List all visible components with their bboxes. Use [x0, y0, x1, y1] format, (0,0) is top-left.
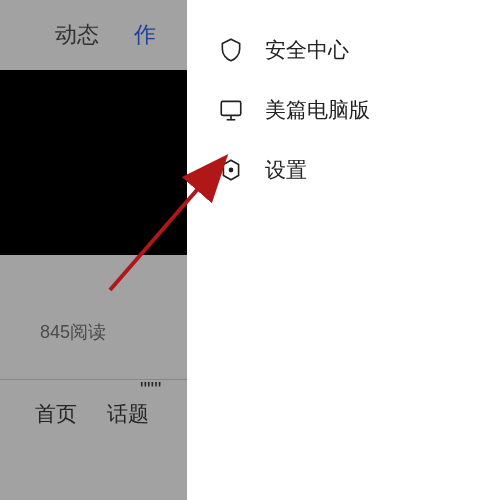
svg-rect-0	[221, 101, 241, 115]
menu-item-label: 设置	[265, 156, 307, 184]
shield-icon	[217, 36, 245, 64]
svg-point-4	[229, 168, 234, 173]
monitor-icon	[217, 96, 245, 124]
read-count-label: 845阅读	[40, 320, 106, 344]
tab-works[interactable]: 作	[134, 20, 156, 50]
tab-dynamic[interactable]: 动态	[55, 20, 99, 50]
menu-item-security[interactable]: 安全中心	[187, 20, 500, 80]
settings-icon	[217, 156, 245, 184]
content-thumbnail[interactable]	[0, 70, 190, 255]
menu-item-settings[interactable]: 设置	[187, 140, 500, 200]
side-drawer: 安全中心 美篇电脑版 设置	[187, 0, 500, 500]
nav-topic[interactable]: 话题	[107, 400, 149, 428]
menu-item-label: 安全中心	[265, 36, 349, 64]
menu-item-label: 美篇电脑版	[265, 96, 370, 124]
menu-item-desktop[interactable]: 美篇电脑版	[187, 80, 500, 140]
nav-home[interactable]: 首页	[35, 400, 77, 428]
